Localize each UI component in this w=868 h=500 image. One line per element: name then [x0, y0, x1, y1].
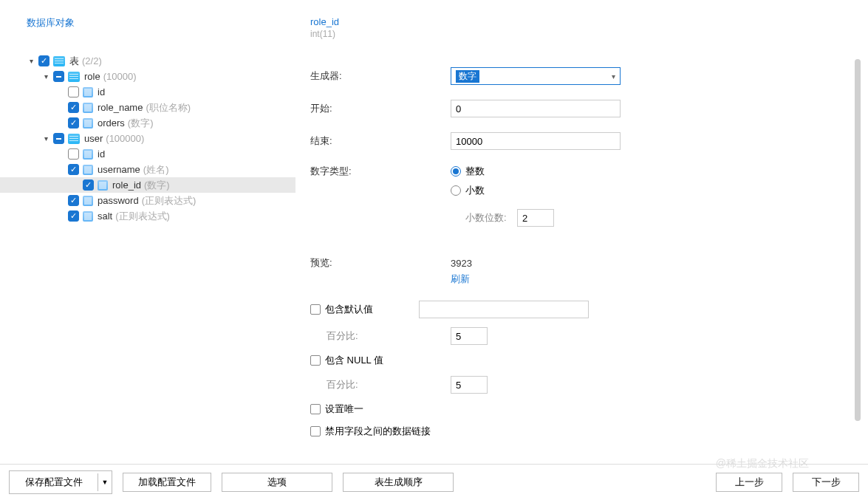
tree-column-user-password[interactable]: password (正则表达式)	[27, 193, 295, 208]
start-input[interactable]	[451, 100, 621, 117]
toggle-placeholder	[56, 88, 65, 97]
tree: ▾ 表 (2/2) ▾ role (10000) id	[0, 53, 295, 224]
toggle-placeholder	[56, 165, 65, 174]
radio-label: 小数	[465, 184, 485, 197]
column-icon	[83, 118, 93, 129]
checkbox[interactable]	[68, 148, 79, 160]
unique-label: 设置唯一	[325, 403, 363, 416]
default-percent-input[interactable]	[451, 327, 488, 345]
node-label: username	[98, 164, 140, 175]
toggle-placeholder	[56, 103, 65, 112]
disable-link-label: 禁用字段之间的数据链接	[325, 425, 431, 438]
checkbox[interactable]	[83, 179, 94, 191]
toggle-placeholder	[56, 119, 65, 128]
chevron-down-icon: ▾	[612, 72, 615, 81]
field-type-label: int(11)	[310, 29, 853, 39]
default-value-input[interactable]	[419, 301, 589, 318]
include-null-label: 包含 NULL 值	[325, 354, 383, 367]
generator-settings-panel: role_id int(11) 生成器: 数字 ▾ 开始: 结束: 数字类型: …	[295, 0, 868, 464]
toggle-placeholder	[56, 196, 65, 205]
node-label: salt	[98, 210, 112, 222]
checkbox[interactable]	[68, 164, 79, 175]
tree-column-role-id[interactable]: id	[27, 84, 295, 100]
end-label: 结束:	[310, 134, 451, 148]
tree-column-user-role-id[interactable]: role_id (数字)	[0, 177, 295, 193]
next-button[interactable]: 下一步	[793, 473, 859, 492]
load-profile-button[interactable]: 加载配置文件	[123, 473, 211, 492]
table-order-button[interactable]: 表生成顺序	[343, 473, 454, 492]
include-default-checkbox[interactable]	[310, 304, 321, 315]
node-label: role	[84, 71, 100, 82]
generator-select[interactable]: 数字 ▾	[451, 67, 621, 85]
checkbox[interactable]	[68, 102, 79, 113]
caret-down-icon[interactable]: ▼	[98, 473, 112, 491]
save-profile-button[interactable]: 保存配置文件 ▼	[9, 470, 112, 494]
tree-column-user-salt[interactable]: salt (正则表达式)	[27, 208, 295, 224]
toggle-placeholder	[56, 212, 65, 221]
disable-link-checkbox[interactable]	[310, 426, 321, 436]
preview-value: 3923	[451, 258, 472, 269]
column-icon	[98, 180, 108, 191]
radio-decimal[interactable]: 小数	[451, 184, 554, 197]
decimal-places-label: 小数位数:	[465, 211, 510, 225]
end-input[interactable]	[451, 132, 621, 150]
save-profile-label: 保存配置文件	[10, 473, 98, 491]
node-hint: (姓名)	[143, 163, 169, 177]
refresh-link[interactable]: 刷新	[451, 273, 853, 286]
toggle-placeholder	[56, 150, 65, 159]
node-hint: (正则表达式)	[115, 210, 170, 223]
generator-label: 生成器:	[310, 69, 451, 83]
scrollbar-thumb[interactable]	[855, 59, 861, 421]
tree-root-tables[interactable]: ▾ 表 (2/2)	[27, 53, 295, 69]
null-percent-input[interactable]	[451, 376, 488, 394]
table-icon	[68, 72, 80, 82]
checkbox[interactable]	[53, 71, 64, 82]
checkbox[interactable]	[53, 133, 64, 144]
column-icon	[83, 87, 93, 97]
tree-table-user[interactable]: ▾ user (100000)	[27, 131, 295, 146]
generator-value: 数字	[456, 70, 479, 83]
node-label: password	[98, 195, 139, 206]
chevron-down-icon[interactable]: ▾	[41, 134, 50, 143]
chevron-down-icon[interactable]: ▾	[27, 57, 35, 66]
node-label: role_id	[112, 179, 141, 191]
options-button[interactable]: 选项	[222, 473, 332, 492]
include-null-checkbox[interactable]	[310, 355, 321, 366]
node-label: role_name	[98, 102, 143, 113]
chevron-down-icon[interactable]: ▾	[41, 72, 50, 81]
unique-checkbox[interactable]	[310, 404, 321, 414]
checkbox[interactable]	[68, 195, 79, 206]
prev-button[interactable]: 上一步	[716, 473, 782, 492]
tree-table-role[interactable]: ▾ role (10000)	[27, 69, 295, 84]
node-label: 表	[69, 55, 79, 68]
node-hint: (数字)	[144, 179, 170, 192]
tree-column-user-id[interactable]: id	[27, 146, 295, 162]
column-icon	[83, 165, 93, 175]
tree-column-role-orders[interactable]: orders (数字)	[27, 115, 295, 131]
radio-icon	[451, 185, 461, 196]
checkbox[interactable]	[68, 210, 79, 222]
toggle-placeholder	[71, 181, 80, 190]
node-hint: (数字)	[128, 117, 154, 130]
decimal-places-input[interactable]	[517, 209, 554, 227]
tree-column-user-username[interactable]: username (姓名)	[27, 162, 295, 177]
column-icon	[83, 196, 93, 206]
column-icon	[83, 103, 93, 113]
checkbox[interactable]	[68, 117, 79, 129]
checkbox[interactable]	[68, 86, 79, 97]
panel-title: 数据库对象	[0, 16, 295, 30]
table-group-icon	[53, 56, 65, 66]
include-default-label: 包含默认值	[325, 303, 373, 316]
node-count: (100000)	[106, 133, 144, 144]
scrollbar[interactable]	[855, 59, 861, 428]
radio-label: 整数	[465, 165, 485, 178]
tree-column-role-name[interactable]: role_name (职位名称)	[27, 100, 295, 115]
node-label: id	[98, 148, 105, 160]
node-label: id	[98, 86, 105, 97]
node-count: (10000)	[103, 71, 137, 82]
preview-label: 预览:	[310, 256, 451, 270]
radio-integer[interactable]: 整数	[451, 165, 554, 178]
node-hint: (正则表达式)	[142, 194, 197, 208]
checkbox[interactable]	[38, 55, 49, 66]
node-hint: (职位名称)	[146, 101, 191, 114]
